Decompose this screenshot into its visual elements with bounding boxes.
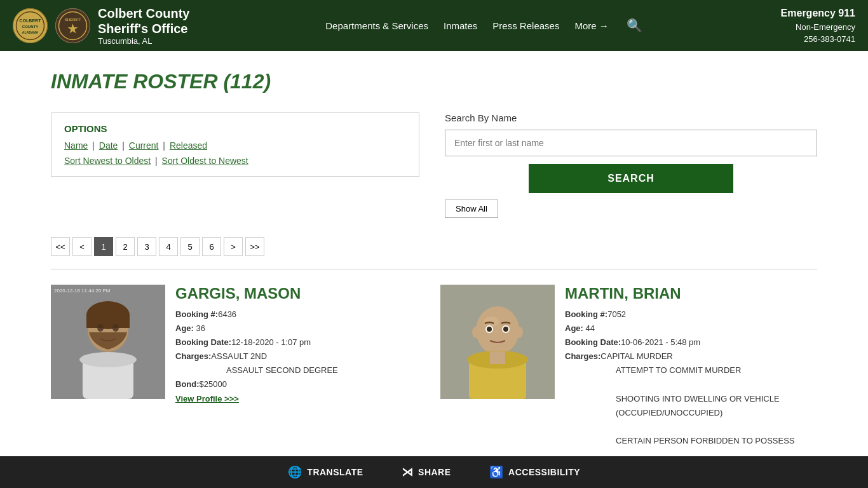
- inmate-details-gargis: Booking #:6436 Age: 36 Booking Date:12-1…: [175, 308, 428, 406]
- page-title: INMATE ROSTER (112): [51, 70, 817, 93]
- inmate-card-martin: MARTIN, BRIAN Booking #:7052 Age: 44 Boo…: [440, 285, 817, 448]
- inmate-photo-martin: [440, 285, 555, 399]
- page-next[interactable]: >: [224, 237, 243, 256]
- sort-by-date[interactable]: Date: [99, 140, 118, 151]
- inmate-info-martin: MARTIN, BRIAN Booking #:7052 Age: 44 Boo…: [565, 285, 817, 448]
- accessibility-icon: ♿: [489, 465, 504, 467]
- logo-colbert-county: COLBERT COUNTY ALABAMA: [13, 8, 48, 43]
- pagination: << < 1 2 3 4 5 6 > >>: [51, 237, 817, 256]
- footer-translate[interactable]: 🌐 TRANSLATE: [288, 465, 363, 467]
- svg-point-28: [515, 327, 523, 338]
- main-content: INMATE ROSTER (112) OPTIONS Name | Date …: [0, 51, 868, 467]
- inmate-info-gargis: GARGIS, MASON Booking #:6436 Age: 36 Boo…: [175, 285, 428, 406]
- page-3[interactable]: 3: [137, 237, 156, 256]
- footer-accessibility[interactable]: ♿ ACCESSIBILITY: [489, 465, 581, 467]
- page-prev[interactable]: <: [72, 237, 92, 256]
- logo-sheriff: SHERIFF: [55, 8, 90, 43]
- header-search-button[interactable]: 🔍: [624, 15, 645, 36]
- page-2[interactable]: 2: [116, 237, 135, 256]
- view-profile-gargis[interactable]: View Profile >>>: [175, 394, 239, 403]
- emergency-title: Emergency 911: [781, 6, 855, 21]
- share-icon: ⋊: [402, 465, 414, 467]
- inmate-name-gargis: GARGIS, MASON: [175, 285, 428, 302]
- svg-point-15: [112, 324, 119, 332]
- show-all-button[interactable]: Show All: [445, 200, 498, 218]
- page-last[interactable]: >>: [245, 237, 264, 256]
- svg-point-27: [472, 327, 480, 338]
- sort-by-name[interactable]: Name: [64, 140, 88, 151]
- svg-text:ALABAMA: ALABAMA: [22, 30, 39, 34]
- nav-press-releases[interactable]: Press Releases: [492, 20, 559, 31]
- site-header: COLBERT COUNTY ALABAMA SHERIFF Colbert C…: [0, 0, 868, 51]
- page-5[interactable]: 5: [180, 237, 200, 256]
- nav-departments[interactable]: Departments & Services: [325, 20, 428, 31]
- svg-point-22: [484, 316, 499, 327]
- search-input[interactable]: [445, 130, 817, 156]
- sort-newest[interactable]: Sort Newest to Oldest: [64, 156, 151, 166]
- inmate-name-martin: MARTIN, BRIAN: [565, 285, 817, 302]
- options-box: OPTIONS Name | Date | Current | Released…: [51, 112, 419, 177]
- inmate-card-gargis: 2020-12-18 11:44:20 PM GARGIS, MASON Boo…: [51, 285, 428, 448]
- footer-share[interactable]: ⋊ SHARE: [402, 465, 451, 467]
- search-button[interactable]: SEARCH: [529, 164, 733, 193]
- options-search-row: OPTIONS Name | Date | Current | Released…: [51, 112, 817, 218]
- nav-more[interactable]: More →: [574, 20, 608, 31]
- page-first[interactable]: <<: [51, 237, 70, 256]
- sort-oldest[interactable]: Sort Oldest to Newest: [162, 156, 248, 166]
- inmate-details-martin: Booking #:7052 Age: 44 Booking Date:10-0…: [565, 308, 817, 448]
- agency-name: Colbert CountySheriff's Office: [98, 6, 189, 36]
- martin-photo-svg: [440, 285, 555, 399]
- filter-current[interactable]: Current: [129, 140, 159, 151]
- section-divider: [51, 269, 817, 269]
- inmates-grid: 2020-12-18 11:44:20 PM GARGIS, MASON Boo…: [51, 285, 817, 448]
- options-links: Name | Date | Current | Released: [64, 140, 406, 151]
- emergency-info: Emergency 911 Non-Emergency 256-383-0741: [781, 6, 855, 46]
- gargis-photo-svg: 2020-12-18 11:44:20 PM: [51, 285, 165, 399]
- agency-title: Colbert CountySheriff's Office Tuscumbia…: [98, 6, 189, 46]
- svg-text:COUNTY: COUNTY: [22, 25, 38, 29]
- nav-inmates[interactable]: Inmates: [444, 20, 477, 31]
- options-title: OPTIONS: [64, 123, 406, 134]
- translate-icon: 🌐: [288, 465, 302, 467]
- svg-rect-13: [86, 315, 130, 328]
- footer-bar: 🌐 TRANSLATE ⋊ SHARE ♿ ACCESSIBILITY: [0, 456, 868, 467]
- sort-links: Sort Newest to Oldest | Sort Oldest to N…: [64, 156, 406, 166]
- svg-text:2020-12-18 11:44:20 PM: 2020-12-18 11:44:20 PM: [54, 288, 111, 294]
- inmate-photo-gargis: 2020-12-18 11:44:20 PM: [51, 285, 165, 399]
- page-6[interactable]: 6: [202, 237, 221, 256]
- header-branding: COLBERT COUNTY ALABAMA SHERIFF Colbert C…: [13, 6, 189, 46]
- search-label: Search By Name: [445, 112, 817, 123]
- svg-point-25: [487, 327, 492, 332]
- agency-location: Tuscumbia, AL: [98, 36, 189, 46]
- page-4[interactable]: 4: [159, 237, 178, 256]
- svg-point-26: [503, 327, 508, 332]
- svg-point-21: [476, 306, 519, 355]
- non-emergency-label: Non-Emergency: [781, 21, 855, 34]
- svg-point-17: [79, 352, 137, 367]
- svg-rect-31: [490, 351, 505, 364]
- svg-text:SHERIFF: SHERIFF: [65, 18, 81, 22]
- non-emergency-number: 256-383-0741: [781, 33, 855, 46]
- search-box: Search By Name SEARCH Show All: [445, 112, 817, 218]
- page-1[interactable]: 1: [94, 237, 113, 256]
- svg-point-14: [97, 324, 104, 332]
- filter-released[interactable]: Released: [170, 140, 207, 151]
- svg-text:COLBERT: COLBERT: [20, 18, 42, 23]
- main-nav: Departments & Services Inmates Press Rel…: [189, 15, 780, 36]
